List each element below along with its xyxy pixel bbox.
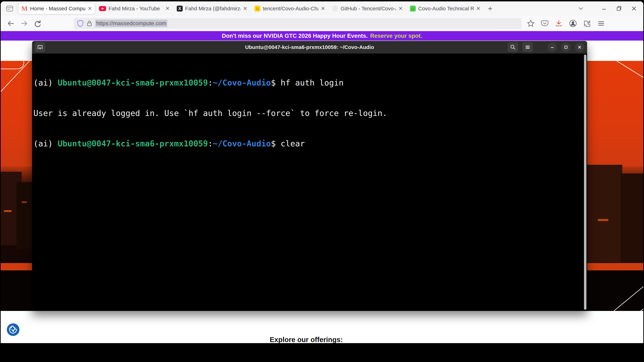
- command-text: clear: [276, 139, 305, 148]
- bookmark-star-icon[interactable]: [527, 19, 535, 27]
- tab-label: Covo-Audio Technical Re: [418, 5, 474, 11]
- url-bar[interactable]: https://massedcompute.com: [74, 18, 522, 29]
- terminal-close-button[interactable]: [575, 42, 584, 52]
- minimize-icon: [600, 5, 608, 12]
- terminal-minimize-button[interactable]: [548, 42, 557, 52]
- tab-close-icon[interactable]: ✕: [243, 6, 248, 11]
- prompt-path: ~/Covo-Audio: [213, 139, 271, 148]
- chevron-down-icon: [577, 5, 584, 12]
- browser-restore-button[interactable]: [614, 3, 624, 14]
- prompt-user: Ubuntu@0047-kci-sma6-prxmx10059: [58, 139, 208, 148]
- terminal-search-button[interactable]: [508, 42, 518, 52]
- command-text: hf auth login: [276, 78, 344, 87]
- menu-hamburger-icon: [524, 44, 531, 50]
- terminal-line: (ai) Ubuntu@0047-kci-sma6-prxmx10059:~/C…: [34, 138, 582, 149]
- cookie-check-icon: [7, 323, 20, 336]
- terminal-title: Ubuntu@0047-kci-sma6-prxmx10059: ~/Covo-…: [245, 44, 374, 50]
- city-light: [22, 201, 27, 203]
- prompt-user: Ubuntu@0047-kci-sma6-prxmx10059: [58, 78, 208, 87]
- city-light: [4, 210, 12, 212]
- massed-compute-favicon: M: [21, 5, 28, 12]
- github-favicon: [332, 5, 338, 11]
- tab-close-icon[interactable]: ✕: [398, 6, 403, 11]
- terminal-new-tab-button[interactable]: [35, 42, 45, 52]
- tab-close-icon[interactable]: ✕: [321, 6, 325, 11]
- city-light: [598, 219, 608, 221]
- navigation-toolbar: https://massedcompute.com: [1, 16, 643, 31]
- tab-separator: [16, 5, 17, 12]
- tab-label: Home - Massed Compute: [30, 5, 85, 11]
- firefox-view-button[interactable]: [4, 3, 15, 14]
- browser-minimize-button[interactable]: [598, 3, 609, 14]
- tab-huggingface-covo-audio[interactable]: ☺ tencent/Covo-Audio-Cha ✕: [252, 3, 328, 14]
- extensions-puzzle-icon[interactable]: [583, 19, 591, 27]
- page-content: Ubuntu@0047-kci-sma6-prxmx10059: ~/Covo-…: [1, 40, 643, 362]
- search-icon: [510, 44, 516, 50]
- reload-icon: [33, 19, 42, 28]
- close-icon: [630, 5, 638, 12]
- output-text: User is already logged in. Use `hf auth …: [34, 108, 387, 118]
- x-favicon: X: [177, 5, 183, 11]
- tab-close-icon[interactable]: ✕: [166, 6, 170, 11]
- forward-button[interactable]: [19, 18, 29, 28]
- back-button[interactable]: [6, 18, 16, 28]
- terminal-maximize-button[interactable]: [561, 42, 571, 52]
- account-icon[interactable]: [569, 19, 577, 28]
- terminal-line: (ai) Ubuntu@0047-kci-sma6-prxmx10059:~/C…: [34, 78, 582, 88]
- city-building: [620, 173, 643, 264]
- tab-covo-audio-technical-report[interactable]: ☺ Covo-Audio Technical Re ✕: [407, 3, 483, 14]
- city-building: [582, 165, 622, 263]
- shield-icon: [77, 20, 84, 27]
- new-tab-button[interactable]: +: [485, 4, 496, 13]
- forward-arrow-icon: [20, 19, 28, 28]
- youtube-favicon: [99, 6, 106, 11]
- tab-label: GitHub - Tencent/Covo-A: [340, 5, 396, 11]
- lock-icon: [86, 20, 92, 27]
- promo-banner: Don't miss our NVIDIA GTC 2026 Happy Hou…: [1, 31, 643, 40]
- maximize-icon: [563, 44, 568, 50]
- download-icon[interactable]: [555, 19, 563, 27]
- tab-close-icon[interactable]: ✕: [476, 6, 480, 11]
- firefox-view-icon: [6, 4, 14, 12]
- menu-hamburger-icon[interactable]: [597, 19, 605, 27]
- tab-close-icon[interactable]: ✕: [88, 6, 92, 11]
- browser-window: M Home - Massed Compute ✕ Fahd Mirza - Y…: [1, 1, 643, 362]
- terminal-scrollbar[interactable]: [584, 54, 586, 310]
- terminal-new-tab-icon: [36, 44, 44, 51]
- back-arrow-icon: [6, 19, 15, 28]
- toolbar-icons: [527, 19, 605, 28]
- banner-text: Don't miss our NVIDIA GTC 2026 Happy Hou…: [222, 32, 368, 39]
- list-all-tabs-button[interactable]: [576, 3, 586, 14]
- url-text[interactable]: https://massedcompute.com: [95, 19, 167, 27]
- close-icon: [577, 44, 582, 50]
- terminal-output[interactable]: (ai) Ubuntu@0047-kci-sma6-prxmx10059:~/C…: [32, 53, 587, 311]
- terminal-menu-button[interactable]: [522, 42, 533, 52]
- pocket-icon[interactable]: [541, 19, 549, 27]
- tab-label: tencent/Covo-Audio-Cha: [263, 5, 318, 11]
- tab-label: Fahd Mirza - YouTube: [108, 5, 163, 11]
- browser-close-button[interactable]: [628, 3, 640, 14]
- reload-button[interactable]: [32, 18, 42, 28]
- city-building: [16, 182, 34, 249]
- tab-home-massed-compute[interactable]: M Home - Massed Compute ✕: [18, 3, 95, 14]
- terminal-titlebar-controls: [508, 42, 584, 52]
- terminal-line: User is already logged in. Use `hf auth …: [34, 108, 582, 118]
- terminal-titlebar[interactable]: Ubuntu@0047-kci-sma6-prxmx10059: ~/Covo-…: [32, 41, 587, 53]
- banner-link[interactable]: Reserve your spot.: [370, 32, 422, 39]
- explore-offerings-heading: Explore our offerings:: [1, 336, 612, 344]
- green-paper-favicon: ☺: [410, 5, 416, 11]
- tab-x-fahdmirza[interactable]: X Fahd Mirza (@fahdmirza ✕: [174, 3, 250, 14]
- tab-bar: M Home - Massed Compute ✕ Fahd Mirza - Y…: [1, 1, 643, 16]
- minimize-icon: [550, 44, 555, 50]
- tab-github-covo-audio[interactable]: GitHub - Tencent/Covo-A ✕: [329, 3, 406, 14]
- footer-black-bar: [1, 343, 643, 362]
- restore-window-icon: [616, 5, 622, 12]
- huggingface-favicon: ☺: [254, 5, 260, 11]
- cookie-consent-button[interactable]: [7, 323, 20, 336]
- tab-label: Fahd Mirza (@fahdmirza: [185, 5, 240, 11]
- tab-youtube[interactable]: Fahd Mirza - YouTube ✕: [96, 3, 172, 14]
- terminal-window: Ubuntu@0047-kci-sma6-prxmx10059: ~/Covo-…: [32, 41, 587, 311]
- prompt-path: ~/Covo-Audio: [213, 78, 271, 87]
